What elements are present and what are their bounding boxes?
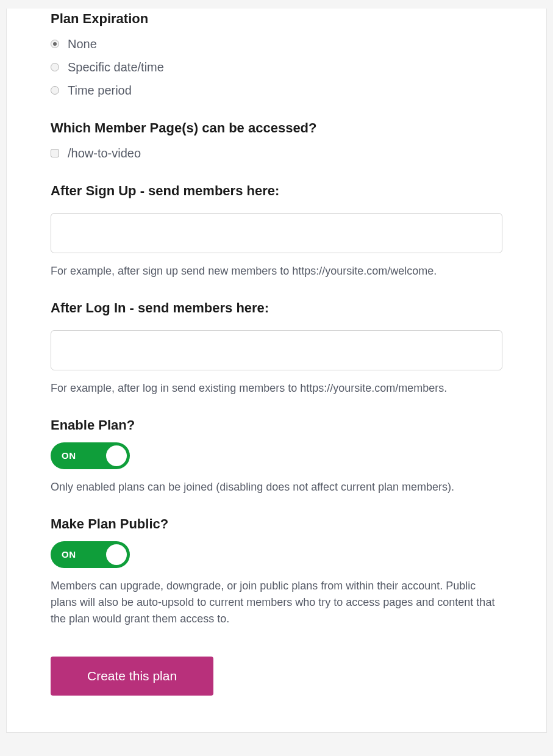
enable-plan-title: Enable Plan?	[51, 415, 502, 435]
make-public-title: Make Plan Public?	[51, 514, 502, 534]
member-pages-section: Which Member Page(s) can be accessed? /h…	[51, 118, 502, 162]
enable-plan-toggle-label: ON	[62, 449, 76, 463]
make-public-toggle-label: ON	[62, 548, 76, 562]
make-public-toggle[interactable]: ON	[51, 541, 130, 568]
after-login-input[interactable]	[51, 330, 502, 370]
enable-plan-toggle[interactable]: ON	[51, 442, 130, 469]
after-signup-helper: For example, after sign up send new memb…	[51, 263, 502, 279]
toggle-knob-icon	[106, 544, 127, 565]
make-public-helper: Members can upgrade, downgrade, or join …	[51, 578, 502, 627]
member-pages-title: Which Member Page(s) can be accessed?	[51, 118, 502, 138]
member-page-label: /how-to-video	[68, 144, 141, 162]
expiration-option-specific[interactable]: Specific date/time	[51, 58, 502, 76]
make-public-section: Make Plan Public? ON Members can upgrade…	[51, 514, 502, 627]
after-signup-input[interactable]	[51, 213, 502, 253]
checkbox-icon	[51, 149, 59, 157]
enable-plan-helper: Only enabled plans can be joined (disabl…	[51, 479, 502, 495]
radio-icon	[51, 40, 59, 48]
after-signup-section: After Sign Up - send members here: For e…	[51, 181, 502, 279]
expiration-specific-label: Specific date/time	[68, 58, 164, 76]
expiration-option-none[interactable]: None	[51, 35, 502, 53]
radio-icon	[51, 86, 59, 95]
member-page-item[interactable]: /how-to-video	[51, 144, 502, 162]
radio-icon	[51, 63, 59, 71]
after-login-section: After Log In - send members here: For ex…	[51, 298, 502, 397]
expiration-option-period[interactable]: Time period	[51, 81, 502, 99]
plan-form-card: Plan Expiration None Specific date/time …	[6, 9, 547, 733]
create-plan-button[interactable]: Create this plan	[51, 657, 213, 696]
after-login-helper: For example, after log in send existing …	[51, 380, 502, 397]
after-signup-title: After Sign Up - send members here:	[51, 181, 502, 201]
toggle-knob-icon	[106, 445, 127, 466]
expiration-none-label: None	[68, 35, 97, 53]
expiration-period-label: Time period	[68, 81, 132, 99]
plan-expiration-title: Plan Expiration	[51, 9, 502, 29]
plan-expiration-section: Plan Expiration None Specific date/time …	[51, 9, 502, 99]
enable-plan-section: Enable Plan? ON Only enabled plans can b…	[51, 415, 502, 495]
after-login-title: After Log In - send members here:	[51, 298, 502, 318]
